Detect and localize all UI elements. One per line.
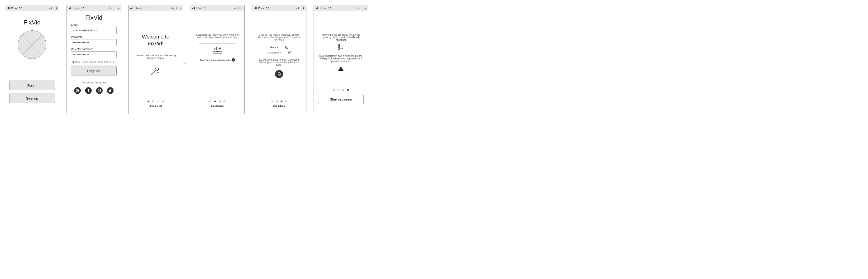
dot-3[interactable] [219, 100, 221, 102]
tools-subtitle: Check in the tools & materials list from… [256, 33, 302, 41]
svg-rect-42 [242, 8, 242, 8]
skip-tutorial-link[interactable]: Skip tutorial [133, 105, 178, 107]
svg-point-55 [285, 46, 288, 49]
wifi-icon [266, 7, 269, 9]
social-row [71, 87, 117, 94]
start-repairing-button[interactable]: Start repairing [318, 94, 364, 104]
battery-icon [115, 7, 119, 9]
svg-rect-61 [317, 7, 318, 9]
status-phone-label: Phone [258, 7, 265, 9]
dont-have-it-row: Don't have it [256, 51, 302, 54]
status-bar: Phone 42 [5, 5, 59, 11]
svg-point-63 [329, 8, 330, 9]
screen-4-search: Phone 42 Search for the repair you want … [190, 5, 245, 114]
svg-rect-47 [255, 8, 255, 9]
svg-rect-48 [255, 7, 256, 9]
register-button[interactable]: Register [71, 66, 117, 76]
play-icon[interactable] [231, 58, 235, 62]
repassword-field[interactable] [71, 51, 117, 58]
dot-4[interactable] [285, 100, 287, 102]
email-field[interactable] [71, 27, 117, 34]
signal-icon [254, 7, 257, 9]
dot-2[interactable] [276, 100, 278, 102]
svg-rect-26 [132, 7, 133, 9]
svg-rect-75 [341, 70, 341, 70]
dot-2[interactable] [338, 89, 339, 91]
video-card[interactable]: Class 0: What do you need in your toolbo… [198, 43, 237, 63]
alt-signup-divider: You can also sign up with [67, 82, 121, 84]
status-bar: Phone 42 [314, 5, 368, 11]
battery-icon [300, 7, 304, 9]
svg-rect-9 [69, 8, 69, 9]
google-icon[interactable] [74, 87, 81, 94]
dot-4[interactable] [223, 100, 225, 102]
shopping-note: We will save those items in a shopping l… [256, 58, 302, 66]
svg-rect-58 [279, 72, 280, 73]
skip-tutorial-link[interactable]: Skip tutorial [194, 105, 240, 107]
terms-checkbox-row[interactable]: I have read and accept the Terms & Condi… [71, 61, 117, 63]
dot-2[interactable] [152, 100, 154, 102]
sign-up-button[interactable]: Sign up [9, 93, 55, 103]
dot-3[interactable] [281, 100, 282, 102]
svg-rect-31 [180, 8, 181, 8]
svg-rect-30 [177, 7, 180, 9]
sign-in-button[interactable]: Sign in [9, 80, 55, 90]
svg-point-13 [82, 8, 83, 9]
svg-rect-19 [78, 90, 79, 91]
svg-point-33 [158, 76, 158, 76]
svg-point-4 [20, 8, 21, 9]
wifi-icon [19, 7, 22, 9]
svg-rect-23 [130, 8, 131, 9]
clipboard-icon [275, 70, 283, 78]
svg-text:42: 42 [296, 8, 298, 9]
dot-1[interactable] [271, 100, 273, 102]
svg-rect-62 [318, 7, 318, 9]
screen-2-register: Phone 42 FixVid Email Password Re-enter … [66, 5, 121, 114]
svg-rect-45 [216, 51, 218, 52]
battery-icon [238, 7, 243, 9]
dont-have-it-label: Don't have it [267, 51, 281, 54]
svg-rect-3 [9, 7, 9, 9]
signal-icon [69, 7, 72, 9]
dot-1[interactable] [209, 100, 211, 102]
warning-icon [318, 66, 364, 71]
battery-pct-icon: 42 [356, 7, 361, 9]
status-bar: Phone 42 [67, 5, 121, 11]
svg-rect-60 [316, 8, 317, 9]
screen-3-welcome: Phone 42 Welcome to FixVid! Learn to do … [128, 5, 183, 114]
battery-icon [177, 7, 181, 9]
signal-icon [7, 7, 10, 9]
skip-tutorial-link[interactable]: Skip tutorial [256, 105, 302, 107]
battery-pct-icon: 42 [110, 7, 114, 9]
svg-rect-54 [304, 8, 304, 8]
password-field[interactable] [71, 39, 117, 46]
twitter-icon[interactable] [107, 87, 114, 94]
facebook-icon[interactable] [85, 87, 92, 94]
dot-4[interactable] [162, 100, 164, 102]
wifi-icon [81, 7, 84, 9]
hammer-icon [133, 66, 178, 78]
app-title: FixVid [9, 19, 55, 26]
dot-3[interactable] [157, 100, 159, 102]
battery-icon [53, 7, 57, 9]
svg-rect-34 [192, 8, 193, 9]
dot-3[interactable] [342, 89, 344, 91]
welcome-title: Welcome to FixVid! [133, 33, 178, 47]
dot-1[interactable] [333, 89, 335, 91]
svg-text:42: 42 [358, 8, 360, 9]
battery-pct-icon: 42 [295, 7, 299, 9]
safety-text-a: Most importantly, give a close read to t… [319, 55, 363, 57]
screen-5-checklist: Phone 42 Check in the tools & materials … [252, 5, 306, 114]
status-phone-label: Phone [73, 7, 80, 9]
safety-text-bold: Safety Guidelines [320, 57, 340, 60]
svg-rect-66 [362, 7, 365, 9]
dot-1[interactable] [148, 100, 149, 102]
svg-rect-7 [53, 7, 57, 9]
instagram-icon[interactable] [96, 87, 103, 94]
dot-4[interactable] [347, 89, 349, 91]
dot-2[interactable] [214, 100, 216, 102]
svg-rect-59 [316, 8, 316, 9]
battery-pct-icon: 42 [233, 7, 237, 9]
safety-line: Most importantly, give a close read to t… [318, 55, 364, 62]
status-bar: Phone 42 [252, 5, 306, 11]
